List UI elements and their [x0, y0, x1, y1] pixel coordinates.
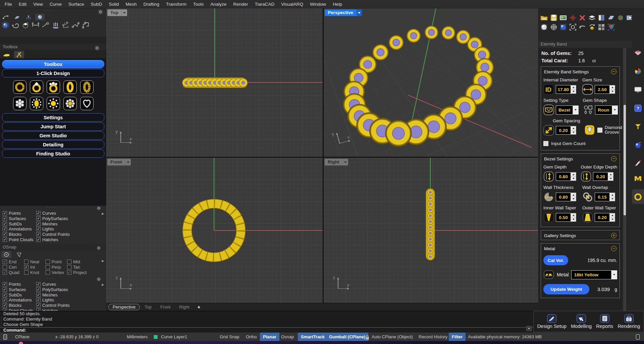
pattern-band-icon[interactable]	[80, 80, 94, 94]
menu-transform[interactable]: Transform	[163, 0, 190, 8]
finding-studio-button[interactable]: Finding Studio	[2, 149, 104, 158]
flower-ring-icon[interactable]	[63, 97, 77, 110]
outer-wall-taper-stepper[interactable]	[610, 213, 615, 222]
osnap-knot-checkbox[interactable]	[24, 270, 29, 275]
gem-shape-dropdown[interactable]: Roun	[595, 106, 618, 115]
menu-help[interactable]: Help	[329, 0, 345, 8]
gear-icon[interactable]	[99, 245, 104, 249]
input-gem-count-checkbox[interactable]	[543, 141, 548, 146]
menu-edit[interactable]: Edit	[15, 0, 30, 8]
osnap-tan-checkbox[interactable]	[67, 265, 71, 269]
cplane-icon[interactable]	[607, 14, 615, 22]
osnap-quad-checkbox[interactable]	[3, 270, 7, 275]
filter2-hatches-checkbox[interactable]	[36, 308, 41, 311]
gem-depth-stepper[interactable]	[571, 172, 576, 181]
tab-front[interactable]: Front	[156, 304, 174, 310]
viewport-right-label[interactable]: Right	[325, 159, 348, 165]
filter-controlpoints-checkbox[interactable]	[36, 232, 41, 236]
jewelry-tab-icon[interactable]	[1, 51, 11, 58]
collapse-icon[interactable]	[611, 156, 616, 161]
gem-spacing-stepper[interactable]	[571, 126, 576, 135]
expand-chevron-icon[interactable]: »	[101, 282, 104, 287]
render-ball-tab-icon[interactable]	[634, 141, 642, 149]
rendered-view-icon[interactable]	[559, 23, 567, 31]
screenshot-icon[interactable]	[559, 14, 567, 22]
extrude-icon[interactable]	[52, 21, 60, 29]
oval-halo-ring-icon[interactable]	[30, 97, 43, 110]
pane-toggle-icon[interactable]	[636, 334, 640, 340]
zoom-selected-icon[interactable]	[569, 23, 577, 31]
menu-view[interactable]: View	[30, 0, 46, 8]
cluster-ring-icon[interactable]	[13, 97, 26, 110]
one-click-design-button[interactable]: 1-Click Design	[2, 69, 104, 77]
osnap-near-checkbox[interactable]	[24, 260, 29, 264]
polyline-box-icon[interactable]	[82, 21, 90, 29]
menu-render[interactable]: Render	[230, 0, 251, 8]
viewport-top[interactable]: yx Top	[106, 8, 323, 157]
revolve-axis-icon[interactable]	[569, 14, 577, 22]
smarttrack-toggle[interactable]: SmartTrack	[298, 333, 328, 341]
heart-ring-icon[interactable]	[80, 97, 94, 110]
toolbar-drag-handle[interactable]: ····	[588, 9, 597, 12]
filter-polysurfaces-checkbox[interactable]	[36, 216, 41, 221]
panel-drag-handle[interactable]: ····	[47, 277, 56, 280]
layer-color-swatch[interactable]	[153, 335, 158, 339]
collapse-icon[interactable]	[611, 246, 616, 251]
filter2-lights-checkbox[interactable]	[36, 298, 41, 302]
open-file-icon[interactable]	[540, 14, 548, 22]
viewport-layout-icon[interactable]	[597, 23, 605, 31]
jump-start-button[interactable]: Jump Start	[2, 122, 104, 131]
settings-button[interactable]: Settings	[2, 113, 104, 122]
round-halo-ring-icon[interactable]	[47, 97, 60, 110]
current-layer[interactable]: Curve Layer1	[161, 333, 187, 341]
ortho-toggle[interactable]: Ortho	[246, 333, 257, 341]
expand-chevron-icon[interactable]: »	[101, 259, 104, 263]
filter2-controlpoints-checkbox[interactable]	[36, 303, 41, 307]
filter-meshes-checkbox[interactable]	[36, 222, 41, 226]
filter2-subds-checkbox[interactable]	[3, 293, 7, 297]
gear-icon[interactable]	[98, 9, 103, 16]
sphere-tools-tab[interactable]	[35, 14, 45, 20]
dimension-points-icon[interactable]: I	[62, 21, 70, 29]
viewport-right[interactable]: zy Right	[324, 158, 538, 303]
tab-perspective[interactable]: Perspective	[108, 304, 140, 310]
gem-cut-tab-icon[interactable]	[634, 49, 642, 57]
viewport-perspective-label[interactable]: Perspective	[325, 9, 362, 16]
tab-top[interactable]: Top	[141, 304, 156, 310]
menu-subd[interactable]: SubD	[88, 0, 106, 8]
viewport-perspective[interactable]: yx Perspective	[324, 8, 538, 157]
diamond-groove-checkbox[interactable]	[597, 128, 602, 133]
curve-tools-tab[interactable]	[1, 14, 10, 20]
viewport-menu-arrow-icon[interactable]	[342, 159, 348, 165]
auto-cplane-toggle[interactable]: Auto CPlane (Object)	[372, 333, 413, 341]
collapse-icon[interactable]	[611, 69, 616, 74]
osnap-project-checkbox[interactable]	[67, 270, 71, 275]
modelling-button[interactable]: Modelling	[571, 314, 592, 329]
wall-overlap-stepper[interactable]	[610, 193, 615, 201]
brush-tab-icon[interactable]	[634, 158, 642, 167]
shaded-view-icon[interactable]	[540, 23, 548, 31]
outer-edge-depth-stepper[interactable]	[608, 172, 613, 181]
rendering-button[interactable]: Rendering	[618, 314, 640, 329]
cal-vol-button[interactable]: Cal Vol.	[543, 255, 568, 265]
osnap-int-checkbox[interactable]	[24, 265, 29, 269]
solid-tools-tab[interactable]	[24, 14, 33, 20]
outer-edge-depth-input[interactable]: 0.20	[593, 172, 608, 181]
properties-panel-icon[interactable]	[597, 14, 605, 22]
gem-depth-input[interactable]: 0.80	[556, 172, 571, 181]
menu-tiaracad[interactable]: TiaraCAD	[252, 0, 278, 8]
display-tab-icon[interactable]	[634, 85, 642, 94]
inner-wall-taper-stepper[interactable]	[571, 213, 576, 222]
command-prompt-input[interactable]: Command:	[0, 327, 533, 333]
wall-thickness-input[interactable]: 0.80	[556, 193, 571, 201]
rotate-view-icon[interactable]	[588, 23, 596, 31]
plain-band-icon[interactable]	[63, 80, 77, 94]
filter2-meshes-checkbox[interactable]	[36, 293, 41, 297]
update-weight-button[interactable]: Update Weight	[543, 284, 589, 294]
filter2-surfaces-checkbox[interactable]	[3, 287, 7, 292]
internal-diameter-input[interactable]: 17.80	[556, 85, 571, 94]
osnap-perp-checkbox[interactable]	[46, 265, 50, 269]
menu-file[interactable]: File	[1, 0, 15, 8]
delete-icon[interactable]	[578, 14, 586, 22]
viewport-menu-arrow-icon[interactable]	[356, 9, 362, 16]
